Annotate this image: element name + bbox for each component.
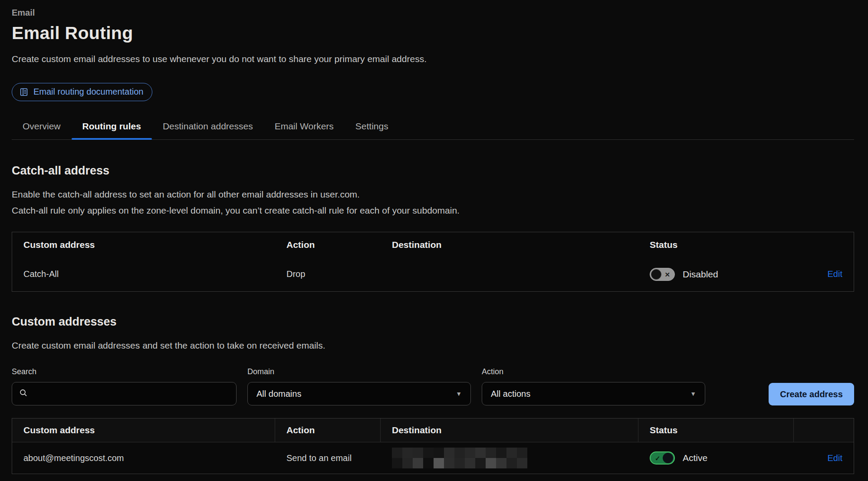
address-edit-cell: Edit: [794, 453, 854, 463]
redacted-destination-blur: [392, 448, 638, 468]
breadcrumb: Email: [12, 0, 854, 18]
catch-all-table-header: Custom address Action Destination Status: [12, 232, 854, 257]
catch-all-status: ✕ Disabled: [638, 268, 794, 281]
column-header-destination: Destination: [381, 240, 638, 250]
tab-settings[interactable]: Settings: [345, 116, 399, 139]
tab-bar: Overview Routing rules Destination addre…: [12, 116, 854, 140]
custom-addresses-table-header: Custom address Action Destination Status: [12, 418, 854, 442]
search-label: Search: [12, 367, 237, 376]
column-header-custom-address: Custom address: [12, 418, 275, 442]
tab-destination-addresses[interactable]: Destination addresses: [152, 116, 264, 139]
column-header-action: Action: [275, 418, 381, 442]
email-routing-page: Email Email Routing Create custom email …: [12, 0, 854, 474]
catch-all-heading: Catch-all address: [12, 164, 854, 178]
filters-bar: Search Domain All domains ▼ Action: [12, 367, 854, 405]
catch-all-description: Enable the catch-all address to set an a…: [12, 186, 854, 218]
status-label: Disabled: [683, 269, 718, 280]
email-routing-documentation-button[interactable]: Email routing documentation: [12, 83, 152, 101]
toggle-knob: [663, 453, 673, 463]
action-select[interactable]: All actions ▼: [482, 382, 705, 405]
custom-addresses-description: Create custom email addresses and set th…: [12, 337, 854, 353]
doc-button-label: Email routing documentation: [33, 87, 143, 97]
page-description: Create custom email addresses to use whe…: [12, 54, 854, 64]
column-header-destination: Destination: [381, 418, 638, 442]
address-destination-redacted: [381, 448, 638, 468]
action-select-value: All actions: [491, 389, 530, 399]
catch-all-action-value: Drop: [275, 269, 381, 279]
create-address-button[interactable]: Create address: [769, 383, 854, 405]
column-header-custom-address: Custom address: [12, 240, 275, 250]
catch-all-edit-cell: Edit: [794, 269, 854, 279]
book-icon: [19, 87, 29, 97]
table-row: Catch-All Drop ✕ Disabled Edit: [12, 257, 854, 291]
address-edit-link[interactable]: Edit: [828, 453, 842, 463]
table-row: about@meetingscost.com Send to an email …: [12, 442, 854, 474]
column-header-status: Status: [638, 418, 794, 442]
domain-label: Domain: [247, 367, 471, 376]
domain-select[interactable]: All domains ▼: [247, 382, 471, 405]
search-input[interactable]: [32, 389, 229, 399]
tab-email-workers[interactable]: Email Workers: [264, 116, 345, 139]
column-header-status: Status: [638, 240, 794, 250]
catch-all-status-toggle[interactable]: ✕: [650, 268, 675, 281]
domain-select-value: All domains: [256, 389, 301, 399]
address-action-value: Send to an email: [275, 453, 381, 463]
column-header-action: Action: [275, 240, 381, 250]
action-label: Action: [482, 367, 705, 376]
chevron-down-icon: ▼: [690, 390, 696, 397]
search-filter-group: Search: [12, 367, 237, 405]
search-icon: [19, 389, 28, 399]
tab-routing-rules[interactable]: Routing rules: [72, 116, 152, 139]
chevron-down-icon: ▼: [456, 390, 462, 397]
column-header-spacer: [794, 418, 854, 442]
custom-addresses-heading: Custom addresses: [12, 315, 854, 329]
cross-icon: ✕: [664, 271, 670, 277]
address-status: ✓ Active: [638, 451, 794, 465]
catch-all-table: Custom address Action Destination Status…: [12, 232, 854, 292]
catch-all-address-value: Catch-All: [12, 269, 275, 279]
custom-address-value: about@meetingscost.com: [12, 453, 275, 463]
catch-all-edit-link[interactable]: Edit: [828, 269, 842, 279]
action-filter-group: Action All actions ▼: [482, 367, 705, 405]
custom-addresses-table: Custom address Action Destination Status…: [12, 418, 854, 474]
page-title: Email Routing: [12, 23, 854, 43]
status-label: Active: [683, 453, 707, 463]
check-icon: ✓: [655, 455, 661, 461]
toggle-knob: [651, 269, 661, 280]
search-box: [12, 382, 237, 405]
tab-overview[interactable]: Overview: [12, 116, 72, 139]
domain-filter-group: Domain All domains ▼: [247, 367, 471, 405]
address-status-toggle[interactable]: ✓: [650, 451, 675, 465]
